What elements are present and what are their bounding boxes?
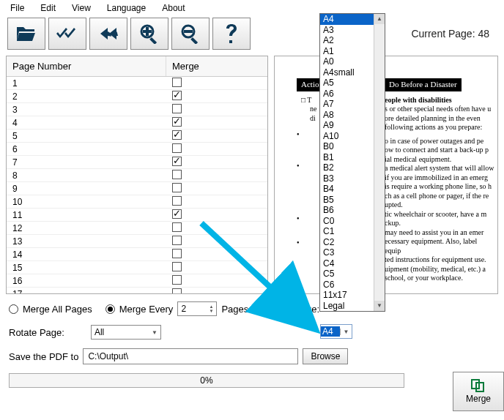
page-size-option[interactable]: A4small: [320, 67, 374, 78]
page-size-select[interactable]: A4 ▼: [320, 324, 352, 339]
table-row[interactable]: 6: [7, 143, 267, 156]
page-size-option[interactable]: A1: [320, 46, 374, 57]
table-row[interactable]: 12: [7, 222, 267, 235]
merge-checkbox[interactable]: [172, 262, 182, 271]
page-size-option[interactable]: A10: [320, 131, 374, 142]
table-row[interactable]: 9: [7, 182, 267, 195]
page-size-option[interactable]: A9: [320, 120, 374, 131]
page-size-option[interactable]: A5: [320, 78, 374, 89]
table-row[interactable]: 3: [7, 103, 267, 116]
table-row[interactable]: 11: [7, 209, 267, 222]
merge-cell: [166, 183, 267, 195]
table-row[interactable]: 15: [7, 261, 267, 274]
page-size-option[interactable]: B2: [320, 162, 374, 173]
table-row[interactable]: 8: [7, 169, 267, 182]
page-size-option[interactable]: B1: [320, 152, 374, 163]
page-size-option[interactable]: C2: [320, 237, 374, 248]
page-size-option[interactable]: A7: [320, 99, 374, 110]
open-button[interactable]: [7, 18, 45, 50]
table-row[interactable]: 4: [7, 116, 267, 130]
page-size-dropdown-list[interactable]: A4A3A2A1A0A4smallA5A6A7A8A9A10B0B1B2B3B4…: [319, 13, 385, 312]
table-row[interactable]: 16: [7, 274, 267, 288]
page-size-option[interactable]: B3: [320, 173, 374, 184]
merge-every-radio[interactable]: [105, 304, 115, 314]
col-page-number[interactable]: Page Number: [7, 56, 166, 76]
table-body[interactable]: 1234567891011121314151617: [7, 77, 267, 293]
col-merge[interactable]: Merge: [166, 56, 267, 76]
table-row[interactable]: 7: [7, 156, 267, 169]
table-row[interactable]: 14: [7, 248, 267, 261]
menu-edit[interactable]: Edit: [40, 3, 56, 13]
menu-file[interactable]: File: [10, 3, 24, 13]
page-size-option[interactable]: A8: [320, 110, 374, 121]
merge-checkbox[interactable]: [172, 143, 182, 153]
menu-about[interactable]: About: [162, 3, 185, 13]
menu-view[interactable]: View: [72, 3, 91, 13]
merge-checkbox[interactable]: [172, 170, 182, 179]
page-size-option[interactable]: C5: [320, 269, 374, 280]
scroll-down-icon[interactable]: ▼: [374, 301, 385, 311]
merge-checkbox[interactable]: [172, 91, 182, 100]
merge-checkbox[interactable]: [172, 275, 182, 285]
page-size-option[interactable]: A2: [320, 35, 374, 46]
zoom-out-button[interactable]: [171, 18, 210, 50]
page-size-option[interactable]: A6: [320, 89, 374, 100]
page-size-option[interactable]: B4: [320, 184, 374, 195]
dropdown-scrollbar[interactable]: ▲ ▼: [374, 14, 385, 311]
document-preview[interactable]: Action □ T ne di Do Before a Disaster eo…: [274, 56, 498, 294]
zoom-in-button[interactable]: [130, 18, 168, 50]
page-size-option[interactable]: C3: [320, 247, 374, 258]
merge-cell: [166, 236, 267, 247]
doc-section-right: Do Before a Disaster: [385, 78, 462, 91]
merge-button[interactable]: Merge: [453, 372, 504, 411]
zoom-out-icon: [180, 23, 201, 44]
scroll-up-icon[interactable]: ▲: [374, 14, 385, 24]
merge-checkbox[interactable]: [172, 104, 182, 113]
controls-panel: Merge All Pages Merge Every 2 ▲▼ Pages P…: [0, 294, 504, 364]
help-button[interactable]: [212, 18, 251, 50]
table-row[interactable]: 17: [7, 288, 267, 293]
merge-checkbox[interactable]: [172, 209, 182, 219]
table-row[interactable]: 1: [7, 77, 267, 90]
page-size-option[interactable]: C4: [320, 258, 374, 269]
merge-button-label: Merge: [466, 394, 491, 404]
page-size-option[interactable]: C1: [320, 226, 374, 237]
page-size-option[interactable]: C0: [320, 216, 374, 227]
merge-checkbox[interactable]: [172, 196, 182, 206]
table-row[interactable]: 10: [7, 195, 267, 209]
undo-button[interactable]: [89, 18, 127, 50]
merge-every-stepper[interactable]: 2 ▲▼: [177, 301, 217, 316]
page-size-option[interactable]: B0: [320, 141, 374, 152]
merge-checkbox[interactable]: [172, 183, 182, 192]
page-size-option[interactable]: Legal: [320, 301, 374, 312]
merge-checkbox[interactable]: [172, 78, 182, 87]
browse-button[interactable]: Browse: [303, 348, 348, 364]
merge-all-radio[interactable]: [9, 304, 18, 314]
doc-text: ecessary equipment. Also, label equip: [385, 237, 494, 255]
page-size-option[interactable]: A3: [320, 25, 374, 36]
merge-checkbox[interactable]: [172, 249, 182, 258]
merge-cell: [166, 78, 267, 89]
page-size-option[interactable]: C6: [320, 280, 374, 290]
merge-checkbox[interactable]: [172, 117, 182, 127]
merge-checkbox[interactable]: [172, 130, 182, 140]
save-path-input[interactable]: C:\Output\: [83, 348, 298, 364]
page-size-option[interactable]: B5: [320, 195, 374, 206]
menu-language[interactable]: Language: [107, 3, 146, 13]
table-row[interactable]: 2: [7, 90, 267, 103]
merge-checkbox[interactable]: [172, 222, 182, 232]
table-row[interactable]: 13: [7, 235, 267, 248]
merge-checkbox[interactable]: [172, 236, 182, 245]
merge-checkbox[interactable]: [172, 288, 182, 294]
rotate-select[interactable]: All ▼: [91, 325, 161, 340]
page-size-option[interactable]: B6: [320, 205, 374, 216]
page-number-cell: 8: [7, 170, 166, 181]
table-row[interactable]: 5: [7, 130, 267, 143]
page-size-option[interactable]: 11x17: [320, 290, 374, 301]
select-all-button[interactable]: [48, 18, 86, 50]
spinner-icon[interactable]: ▲▼: [209, 304, 213, 313]
page-size-option[interactable]: Letter: [320, 311, 374, 312]
merge-checkbox[interactable]: [172, 157, 182, 166]
page-size-option[interactable]: A0: [320, 56, 374, 67]
page-size-option[interactable]: A4: [320, 14, 374, 25]
